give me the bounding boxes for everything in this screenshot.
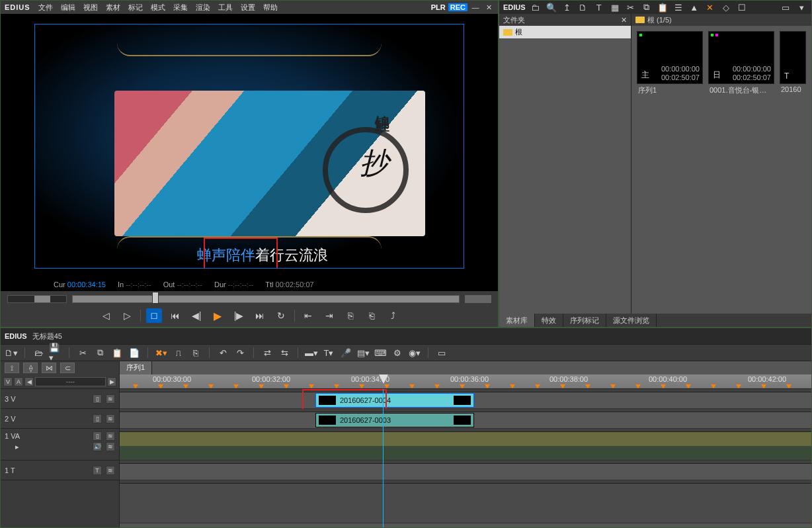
audio-icon[interactable]: 🎤 bbox=[339, 346, 352, 359]
zoom-slider[interactable] bbox=[7, 295, 67, 303]
play-button[interactable]: ▶ bbox=[210, 308, 225, 323]
v-toggle[interactable]: V bbox=[3, 377, 13, 386]
arrow-icon[interactable]: ▲ bbox=[688, 1, 700, 13]
paste-icon[interactable]: 📋 bbox=[110, 346, 124, 359]
folder-icon[interactable]: 🗀 bbox=[530, 1, 542, 13]
bin-item[interactable]: 主 00:00:00:0000:02:50:07 序列1 bbox=[637, 31, 703, 97]
split-icon[interactable]: ⎍ bbox=[172, 346, 185, 359]
clipboard-icon[interactable]: 📄 bbox=[128, 346, 141, 359]
stop-button[interactable]: □ bbox=[146, 308, 162, 323]
menu-icon[interactable]: ▾ bbox=[795, 1, 807, 13]
position-slider[interactable] bbox=[72, 295, 460, 303]
lane-2v[interactable]: 20160627-0003 bbox=[120, 412, 811, 429]
search-icon[interactable]: 🔍 bbox=[546, 1, 557, 13]
tab-seq-markers[interactable]: 序列标记 bbox=[563, 314, 606, 327]
menu-file[interactable]: 文件 bbox=[38, 3, 53, 13]
prev-edit-icon[interactable]: ⇤ bbox=[300, 308, 316, 323]
slider-endcap[interactable] bbox=[465, 295, 491, 303]
save-icon[interactable]: 💾▾ bbox=[49, 346, 62, 359]
menu-edit[interactable]: 编辑 bbox=[61, 3, 75, 13]
props-icon[interactable]: ☐ bbox=[736, 1, 748, 13]
sequence-tab[interactable]: 序列1 bbox=[120, 361, 152, 374]
expand-icon[interactable]: ≋ bbox=[106, 466, 115, 475]
menu-help[interactable]: 帮助 bbox=[263, 3, 278, 13]
tab-source-browser[interactable]: 源文件浏览 bbox=[606, 314, 657, 327]
menu-render[interactable]: 渲染 bbox=[196, 3, 210, 13]
audio-toggle-icon[interactable]: 🔊 bbox=[93, 442, 102, 451]
menu-settings[interactable]: 设置 bbox=[241, 3, 255, 13]
mode-snap[interactable]: ⊂ bbox=[60, 363, 75, 373]
next-edit-icon[interactable]: ⇥ bbox=[321, 308, 337, 323]
bin-item[interactable]: T 20160 bbox=[780, 31, 806, 97]
track-header-1va[interactable]: 1 VA ▯ ≋ ▸ 🔊 ≋ bbox=[1, 429, 119, 461]
layout-icon[interactable]: ▭ bbox=[780, 1, 792, 13]
playhead-line[interactable] bbox=[383, 389, 384, 527]
viewer-frame[interactable]: 锦鲤 抄 蝉声陪伴 着行云流浪 bbox=[34, 24, 464, 269]
tree-root-item[interactable]: 根 bbox=[499, 26, 631, 38]
export-icon[interactable]: ⤴ bbox=[385, 308, 401, 323]
ripple-delete-icon[interactable]: ✖▾ bbox=[155, 346, 168, 359]
keyboard-icon[interactable]: ⌨ bbox=[374, 346, 387, 359]
open-icon[interactable]: 🗁 bbox=[32, 346, 45, 359]
copy-icon[interactable]: ⧉ bbox=[93, 346, 106, 359]
video-toggle-icon[interactable]: ▯ bbox=[93, 431, 102, 441]
paste-icon[interactable]: 📋 bbox=[657, 1, 669, 13]
lane-empty[interactable] bbox=[120, 484, 811, 523]
overwrite-icon[interactable]: ⎗ bbox=[364, 308, 380, 323]
mode-normal[interactable]: ⟟ bbox=[5, 363, 19, 373]
cur-value[interactable]: 00:00:34:15 bbox=[67, 281, 106, 288]
expand-icon[interactable]: ≋ bbox=[106, 431, 115, 441]
dur-value[interactable]: --:--:--:-- bbox=[228, 281, 253, 288]
lane-1t[interactable] bbox=[120, 464, 811, 480]
undo-icon[interactable]: ↶ bbox=[216, 346, 229, 359]
minimize-icon[interactable]: — bbox=[470, 3, 481, 12]
set-out-icon[interactable]: ▷ bbox=[119, 308, 135, 323]
loop-button[interactable]: ↻ bbox=[273, 308, 289, 323]
fast-fwd-button[interactable]: ⏭ bbox=[252, 308, 268, 323]
menu-marker[interactable]: 标记 bbox=[128, 3, 143, 13]
tab-library[interactable]: 素材库 bbox=[499, 314, 535, 327]
a-toggle[interactable]: A bbox=[14, 377, 23, 386]
set-in-icon[interactable]: ◁ bbox=[98, 308, 114, 323]
track-header-3v[interactable]: 3 V ▯ ≋ bbox=[1, 389, 119, 409]
list-icon[interactable]: ☰ bbox=[672, 1, 684, 13]
text-icon[interactable]: T bbox=[593, 1, 605, 13]
rec-badge[interactable]: REC bbox=[448, 3, 467, 11]
scale-selector[interactable]: ---- bbox=[35, 377, 106, 386]
copy-icon[interactable]: ⧉ bbox=[641, 1, 653, 13]
trans-icon[interactable]: ▬▾ bbox=[305, 346, 318, 359]
menu-capture[interactable]: 采集 bbox=[173, 3, 188, 13]
cut-icon[interactable]: ✂ bbox=[625, 1, 637, 13]
playhead-handle[interactable] bbox=[152, 292, 159, 304]
right-arrow-icon[interactable]: ▶ bbox=[107, 377, 116, 386]
lane-1va[interactable] bbox=[120, 432, 811, 461]
in-value[interactable]: --:--:--:-- bbox=[126, 281, 151, 288]
group-icon[interactable]: ⎘ bbox=[189, 346, 202, 359]
toggle-a-icon[interactable]: ⇄ bbox=[261, 346, 274, 359]
redo-icon[interactable]: ↷ bbox=[233, 346, 247, 359]
scrub-bar[interactable] bbox=[1, 291, 498, 307]
menu-clip[interactable]: 素材 bbox=[106, 3, 120, 13]
clip[interactable]: 20160627-0003 bbox=[315, 413, 474, 427]
expand-icon[interactable]: ≋ bbox=[106, 394, 115, 404]
step-back-button[interactable]: ◀| bbox=[188, 308, 204, 323]
track-header-2v[interactable]: 2 V ▯ ≋ bbox=[1, 409, 119, 429]
time-ruler[interactable]: 00:00:30:00 00:00:32:00 00:00:34:00 00:0… bbox=[120, 374, 811, 388]
tree-close-icon[interactable]: ✕ bbox=[621, 16, 627, 24]
left-arrow-icon[interactable]: ◀ bbox=[24, 377, 34, 386]
mode-trim[interactable]: ⟠ bbox=[23, 363, 38, 373]
menu-tools[interactable]: 工具 bbox=[218, 3, 233, 13]
bin-item[interactable]: 日 00:00:00:0000:02:50:07 0001.音悦台-银… bbox=[708, 31, 774, 97]
title-icon[interactable]: T▾ bbox=[322, 346, 335, 359]
layout-icon[interactable]: ▭ bbox=[435, 346, 448, 359]
mode-ripple[interactable]: ⋈ bbox=[42, 363, 56, 373]
close-icon[interactable]: ✕ bbox=[483, 3, 494, 12]
video-toggle-icon[interactable]: ▯ bbox=[93, 414, 102, 423]
cut-icon[interactable]: ✂ bbox=[76, 346, 89, 359]
lane-3v[interactable]: 20160627-0004 bbox=[120, 392, 811, 409]
tile-icon[interactable]: ▦ bbox=[609, 1, 621, 13]
tab-effects[interactable]: 特效 bbox=[535, 314, 563, 327]
new-seq-icon[interactable]: 🗋▾ bbox=[5, 346, 18, 359]
delete-icon[interactable]: ✕ bbox=[704, 1, 716, 13]
expand-icon[interactable]: ≋ bbox=[106, 442, 115, 451]
